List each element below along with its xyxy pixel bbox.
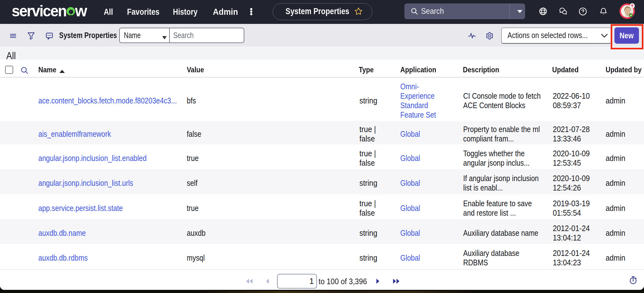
svg-text:w: w: [75, 2, 87, 20]
svg-text:servicen: servicen: [12, 2, 66, 19]
